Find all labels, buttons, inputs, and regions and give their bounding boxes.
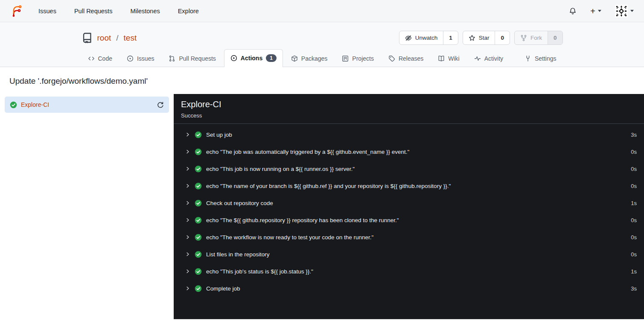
book-icon (438, 55, 445, 62)
tab-label: Activity (484, 55, 503, 62)
repo-tab[interactable]: Code (82, 50, 119, 67)
step-duration: 0s (631, 251, 637, 258)
chevron-right-icon[interactable] (185, 183, 190, 188)
chevron-right-icon[interactable] (185, 269, 190, 274)
chevron-right-icon[interactable] (185, 286, 190, 291)
step-row[interactable]: echo "The workflow is now ready to test … (174, 229, 644, 246)
repo-tab[interactable]: Issues (120, 50, 160, 67)
step-row[interactable]: Set up job 3s (174, 126, 644, 143)
package-icon (291, 55, 298, 62)
repo-action-button[interactable]: Fork 0 (514, 31, 563, 45)
jobs-sidebar: Explore-CI (0, 94, 174, 319)
success-check-icon (195, 165, 202, 173)
success-check-icon (195, 234, 202, 241)
chevron-right-icon[interactable] (185, 235, 190, 240)
step-row[interactable]: echo "This job's status is ${{ job.statu… (174, 263, 644, 280)
chevron-right-icon[interactable] (185, 132, 190, 137)
success-check-icon (195, 285, 202, 292)
refresh-icon[interactable] (157, 101, 164, 109)
step-row[interactable]: Check out repository code 1s (174, 194, 644, 211)
job-log-panel: Explore-CI Success (174, 94, 644, 319)
pulse-icon (474, 55, 481, 62)
repo-action-buttons: Unwatch 1 Star 0 (399, 31, 563, 45)
step-duration: 3s (631, 132, 637, 138)
nav-item-issues[interactable]: Issues (38, 8, 56, 15)
user-menu-button[interactable] (615, 5, 634, 18)
step-duration: 0s (631, 183, 637, 189)
step-row[interactable]: Complete job 3s (174, 280, 644, 297)
plus-icon: + (590, 7, 595, 15)
caret-down-icon (630, 10, 634, 12)
bell-icon (569, 7, 577, 15)
repo-tab[interactable]: Wiki (431, 50, 466, 67)
chevron-right-icon[interactable] (185, 200, 190, 206)
success-check-icon (195, 182, 202, 190)
notifications-button[interactable] (569, 7, 577, 15)
step-name: echo "This job is now running on a ${{ r… (206, 166, 355, 172)
tab-badge: 1 (266, 54, 277, 62)
button-count[interactable]: 0 (548, 31, 562, 44)
success-check-icon (195, 131, 202, 138)
chevron-right-icon[interactable] (185, 217, 190, 223)
step-name: Check out repository code (206, 200, 273, 206)
top-nav-links: Issues Pull Requests Milestones Explore (38, 8, 199, 15)
issue-icon (127, 55, 134, 62)
step-row[interactable]: echo "This job is now running on a ${{ r… (174, 160, 644, 177)
step-row[interactable]: echo "The name of your branch is ${{ git… (174, 177, 644, 194)
navbar-right: + (569, 5, 634, 18)
play-circle-icon (230, 55, 237, 62)
tools-icon (525, 55, 531, 62)
repo-tab[interactable]: Activity (468, 50, 510, 67)
step-row[interactable]: echo "The job was automatically triggere… (174, 143, 644, 160)
chevron-right-icon[interactable] (185, 149, 190, 154)
tab-label: Settings (535, 55, 557, 62)
tab-label: Projects (352, 55, 374, 62)
repo-tab[interactable]: Packages (285, 50, 334, 67)
nav-item-explore[interactable]: Explore (178, 8, 199, 15)
job-steps-list: Set up job 3s (174, 124, 644, 299)
chevron-right-icon[interactable] (185, 166, 190, 171)
tab-label: Wiki (448, 55, 459, 62)
tab-label: Packages (301, 55, 327, 62)
repo-tab[interactable]: Releases (382, 50, 430, 67)
repo-book-icon (82, 32, 93, 44)
repo-tab[interactable]: Projects (335, 50, 380, 67)
run-title: Update '.forgejo/workflows/demo.yaml' (0, 67, 644, 94)
chevron-right-icon[interactable] (185, 252, 190, 257)
nav-item-milestones[interactable]: Milestones (130, 8, 160, 15)
button-count[interactable]: 1 (443, 31, 458, 44)
repo-tab[interactable]: Pull Requests (162, 50, 222, 67)
eye-slash-icon (405, 35, 412, 41)
repo-header: root / test Unwatch 1 (0, 22, 644, 67)
job-log-header: Explore-CI Success (174, 94, 644, 124)
step-name: List files in the repository (206, 251, 270, 258)
step-duration: 1s (631, 200, 637, 206)
step-row[interactable]: echo "The ${{ github.repository }} repos… (174, 211, 644, 229)
forgejo-logo[interactable] (10, 4, 24, 18)
job-list-item[interactable]: Explore-CI (5, 97, 169, 113)
button-count[interactable]: 0 (495, 31, 510, 44)
step-name: echo "The ${{ github.repository }} repos… (206, 217, 399, 223)
repo-action-button[interactable]: Unwatch 1 (399, 31, 458, 45)
create-new-button[interactable]: + (590, 7, 601, 15)
repo-name-link[interactable]: test (124, 33, 137, 43)
repo-owner-link[interactable]: root (97, 33, 111, 43)
repo-tab[interactable]: Settings (518, 50, 563, 67)
tab-label: Code (98, 55, 112, 62)
nav-item-pull-requests[interactable]: Pull Requests (74, 8, 112, 15)
step-name: Complete job (206, 285, 240, 292)
job-name: Explore-CI (21, 101, 49, 108)
repo-action-button[interactable]: Star 0 (463, 31, 510, 45)
success-check-icon (195, 148, 202, 156)
repo-tab[interactable]: Actions 1 (224, 49, 283, 67)
top-navbar: Issues Pull Requests Milestones Explore … (0, 0, 644, 22)
step-duration: 0s (631, 149, 637, 155)
repo-separator: / (116, 33, 118, 43)
step-row[interactable]: List files in the repository 0s (174, 246, 644, 263)
job-status-text: Success (181, 112, 637, 119)
success-check-icon (195, 268, 202, 275)
step-duration: 1s (631, 268, 637, 275)
star-icon (469, 35, 475, 41)
fork-icon (520, 35, 527, 41)
tab-label: Issues (137, 55, 154, 62)
